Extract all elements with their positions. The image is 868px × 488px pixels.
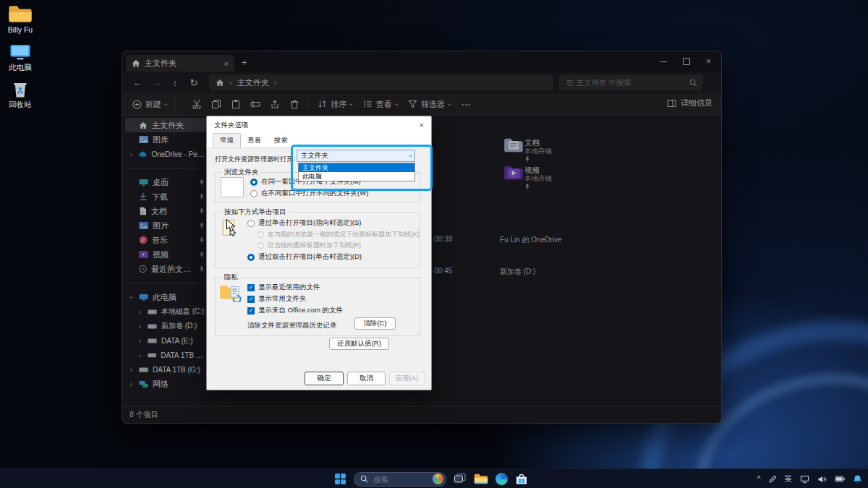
more-button[interactable]: ⋯ (461, 99, 470, 110)
taskbar-search-input[interactable] (372, 474, 429, 484)
tab-search[interactable]: 搜索 (268, 134, 294, 147)
open-to-combobox[interactable]: 主文件夹 › (297, 150, 415, 162)
videos-folder-icon[interactable] (503, 165, 524, 181)
window-close-button[interactable]: × (706, 58, 711, 65)
file-row-location[interactable]: 新加卷 (D:) (500, 267, 535, 277)
refresh-button[interactable]: ↻ (184, 77, 203, 88)
paste-icon[interactable] (231, 99, 241, 109)
up-button[interactable]: ↑ (166, 77, 184, 88)
desktop-icon-this-pc[interactable]: 此电脑 (0, 43, 41, 73)
sidebar-item-this-pc[interactable]: › 此电脑 (125, 290, 208, 304)
sidebar-item-desktop[interactable]: 桌面 (125, 175, 208, 189)
checkbox-show-frequent[interactable]: ✓ 显示常用文件夹 (247, 294, 307, 304)
tab-close-icon[interactable]: × (224, 59, 229, 68)
sidebar-item-documents[interactable]: 文档 (125, 204, 208, 218)
checkbox-show-recent[interactable]: ✓ 显示最近使用的文件 (247, 283, 320, 292)
restore-defaults-button[interactable]: 还原默认值(R) (329, 338, 389, 350)
chevron-right-icon[interactable]: › (128, 380, 135, 388)
delete-icon[interactable] (289, 99, 299, 109)
details-pane-button[interactable]: 详细信息 (667, 98, 712, 108)
search-input[interactable] (565, 77, 689, 87)
dropdown-option-this-pc[interactable]: 此电脑 (299, 172, 414, 181)
breadcrumb-item[interactable]: 主文件夹 (237, 77, 269, 88)
sidebar-item-downloads[interactable]: 下载 (125, 189, 208, 204)
sidebar-item-onedrive[interactable]: › OneDrive - Personal (125, 147, 208, 161)
filter-button[interactable]: 筛选器 › (408, 99, 451, 110)
dialog-close-icon[interactable]: × (420, 121, 424, 129)
rename-icon[interactable] (250, 99, 260, 109)
checkbox-show-office[interactable]: ✓ 显示来自 Office.com 的文件 (247, 306, 343, 315)
radio-single-click[interactable]: 通过单击打开项目(指向时选定)(S) (247, 218, 362, 228)
minimize-button[interactable] (660, 61, 667, 62)
view-button[interactable]: 查看 › (363, 99, 398, 110)
sidebar-item-network[interactable]: › 网络 (125, 377, 208, 391)
sidebar-item-drive-f[interactable]: › DATA 1TB (F:) (125, 348, 208, 362)
sidebar-item-gallery[interactable]: 图库 (125, 132, 208, 147)
copy-icon[interactable] (211, 99, 221, 109)
documents-folder-icon[interactable] (503, 137, 524, 153)
apply-button[interactable]: 应用(A) (389, 372, 425, 385)
search-highlights-icon[interactable] (433, 474, 443, 484)
new-tab-button[interactable]: + (242, 57, 247, 68)
sidebar-item-pictures[interactable]: 图片 (125, 218, 208, 233)
chevron-right-icon[interactable]: › (137, 308, 143, 316)
edge-browser-icon[interactable] (495, 473, 508, 485)
share-icon[interactable] (270, 99, 280, 109)
store-app-icon[interactable] (515, 473, 528, 485)
notification-bell-icon[interactable] (853, 474, 862, 484)
task-view-icon[interactable] (454, 473, 467, 485)
desktop-icon-recycle-bin[interactable]: 回收站 (0, 80, 41, 110)
chevron-right-icon[interactable]: › (137, 351, 143, 359)
cut-icon[interactable] (192, 99, 202, 109)
privacy-group: 隐私 ✓ 显示最近使用的文件 ✓ 显示常用文件夹 ✓ 显示来自 Office.c… (215, 277, 420, 336)
breadcrumb[interactable]: › 主文件夹 › (209, 74, 553, 90)
dialog-title: 文件夹选项 (214, 121, 249, 130)
sidebar-item-drive-e[interactable]: › DATA (E:) (125, 333, 208, 348)
tray-overflow-chevron[interactable]: ^ (757, 475, 761, 483)
network-icon[interactable] (800, 475, 809, 484)
maximize-button[interactable] (683, 58, 690, 65)
pin-icon (524, 155, 530, 163)
volume-icon[interactable] (817, 475, 827, 484)
ime-indicator[interactable]: 英 (785, 474, 793, 484)
sidebar-item-drive-d[interactable]: › 新加卷 (D:) (125, 319, 208, 333)
chevron-right-icon[interactable]: › (137, 337, 143, 345)
sidebar-item-label: 桌面 (153, 177, 169, 188)
radio-label: 通过单击打开项目(指向时选定)(S) (258, 218, 362, 228)
explorer-search-box[interactable] (559, 74, 703, 90)
desktop-icon-billy-fu[interactable]: Billy Fu (0, 4, 41, 34)
file-row-location[interactable]: Fu Lin 的 OneDrive (500, 235, 562, 245)
sidebar-item-recent-folders[interactable]: 最近的文件夹 (125, 262, 208, 276)
chevron-down-icon[interactable]: › (127, 294, 135, 301)
tab-view[interactable]: 查看 (241, 134, 268, 147)
start-button-icon[interactable] (334, 473, 346, 485)
pen-icon[interactable] (769, 475, 777, 484)
sidebar-item-home[interactable]: 主文件夹 (125, 118, 208, 132)
radio-open-diff-window[interactable]: 在不同窗口中打开不同的文件夹(W) (250, 189, 368, 198)
battery-icon[interactable] (835, 476, 845, 482)
sort-button[interactable]: 排序 › (318, 99, 352, 110)
chevron-down-icon: › (446, 103, 454, 105)
ok-button[interactable]: 确定 (305, 372, 344, 385)
chevron-right-icon[interactable]: › (137, 322, 143, 330)
new-button[interactable]: 新建 › (132, 99, 167, 110)
taskbar-search-box[interactable] (354, 472, 446, 487)
dropdown-option-home[interactable]: 主文件夹 (299, 163, 414, 172)
clear-button[interactable]: 清除(C) (354, 317, 396, 330)
cancel-button[interactable]: 取消 (347, 372, 386, 385)
tab-general[interactable]: 常规 (213, 133, 241, 147)
explorer-tab-home[interactable]: 主文件夹 × (126, 55, 234, 72)
chevron-right-icon[interactable]: › (128, 366, 135, 374)
forward-button[interactable]: → (147, 77, 166, 88)
sidebar-item-drive-g[interactable]: › DATA 1TB (G:) (125, 362, 208, 377)
sidebar-item-drive-c[interactable]: › 本地磁盘 (C:) (125, 304, 208, 319)
file-explorer-icon[interactable] (474, 473, 488, 485)
back-button[interactable]: ← (128, 77, 147, 88)
sidebar-item-music[interactable]: 音乐 (125, 233, 208, 247)
chevron-right-icon[interactable]: › (128, 150, 135, 158)
pin-icon (199, 222, 205, 230)
radio-underline-browser[interactable]: 在与我的浏览器一致的情况下给图标标题加下划线(K) (258, 230, 420, 239)
radio-underline-point[interactable]: 仅当指向图标标题时加下划线(P) (258, 241, 361, 250)
radio-double-click[interactable]: 通过双击打开项目(单击时选定)(D) (247, 252, 362, 262)
sidebar-item-videos[interactable]: 视频 (125, 247, 208, 262)
